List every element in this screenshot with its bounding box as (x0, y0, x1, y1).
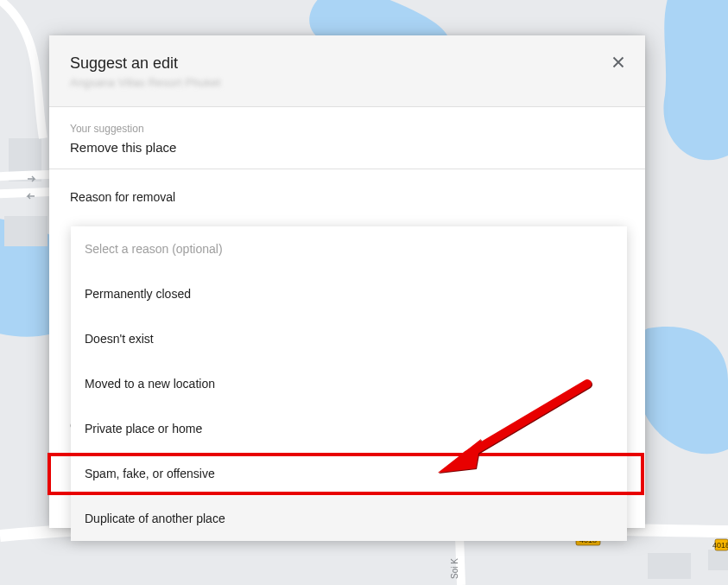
svg-rect-4 (708, 550, 728, 570)
reason-section: Reason for removal G Select a reason (op… (49, 169, 645, 473)
reason-option-placeholder: Select a reason (optional) (71, 226, 627, 271)
close-icon (609, 53, 628, 72)
reason-option-doesnt-exist[interactable]: Doesn't exist (71, 316, 627, 361)
street-label: Soi K (450, 558, 459, 579)
svg-rect-2 (4, 216, 47, 246)
suggest-edit-dialog[interactable]: Suggest an edit Angsana Villas Resort Ph… (49, 35, 645, 528)
your-suggestion-section: Your suggestion Remove this place (49, 107, 645, 169)
dialog-title: Suggest an edit (70, 54, 624, 73)
close-button[interactable] (609, 53, 628, 72)
road-shield-3: 4018 (712, 541, 728, 550)
svg-rect-3 (648, 553, 691, 579)
reason-option-spam[interactable]: Spam, fake, or offensive (71, 451, 627, 496)
reason-title: Reason for removal (70, 190, 624, 204)
dialog-header: Suggest an edit Angsana Villas Resort Ph… (49, 35, 645, 107)
reason-option-private-place[interactable]: Private place or home (71, 406, 627, 451)
reason-option-duplicate[interactable]: Duplicate of another place (71, 496, 627, 541)
reason-option-moved[interactable]: Moved to a new location (71, 361, 627, 406)
dialog-subtitle: Angsana Villas Resort Phuket (70, 76, 624, 89)
your-suggestion-label: Your suggestion (70, 123, 624, 135)
reason-option-permanently-closed[interactable]: Permanently closed (71, 271, 627, 316)
your-suggestion-value: Remove this place (70, 140, 624, 155)
reason-dropdown[interactable]: Select a reason (optional) Permanently c… (71, 226, 627, 541)
